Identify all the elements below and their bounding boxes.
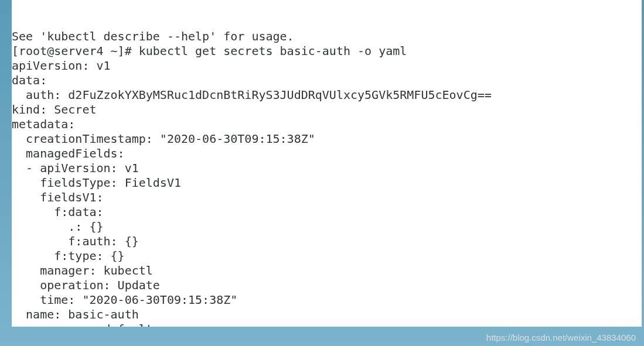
line-3: data: xyxy=(12,73,47,87)
line-20: namespace: default xyxy=(12,322,153,327)
line-10: fieldsType: FieldsV1 xyxy=(12,176,181,190)
line-5: kind: Secret xyxy=(12,102,97,117)
line-6: metadata: xyxy=(12,117,75,131)
line-12: f:data: xyxy=(12,205,104,219)
watermark-text: https://blog.csdn.net/weixin_43834060 xyxy=(486,333,636,342)
line-17: operation: Update xyxy=(12,278,160,292)
line-4: auth: d2FuZzokYXByMSRuc1dDcnBtRiRyS3JUdD… xyxy=(12,88,492,102)
line-7: creationTimestamp: "2020-06-30T09:15:38Z… xyxy=(12,132,315,146)
line-11: fieldsV1: xyxy=(12,190,104,204)
line-9: - apiVersion: v1 xyxy=(12,161,139,175)
line-8: managedFields: xyxy=(12,146,125,160)
line-18: time: "2020-06-30T09:15:38Z" xyxy=(12,293,237,307)
terminal-window[interactable]: See 'kubectl describe --help' for usage.… xyxy=(12,0,642,327)
terminal-output: See 'kubectl describe --help' for usage.… xyxy=(12,29,642,327)
line-19: name: basic-auth xyxy=(12,307,139,321)
line-1: [root@server4 ~]# kubectl get secrets ba… xyxy=(12,44,407,58)
line-16: manager: kubectl xyxy=(12,263,153,278)
line-13: .: {} xyxy=(12,220,104,234)
line-14: f:auth: {} xyxy=(12,234,139,248)
line-2: apiVersion: v1 xyxy=(12,59,111,73)
line-15: f:type: {} xyxy=(12,249,125,263)
line-0: See 'kubectl describe --help' for usage. xyxy=(12,29,294,43)
